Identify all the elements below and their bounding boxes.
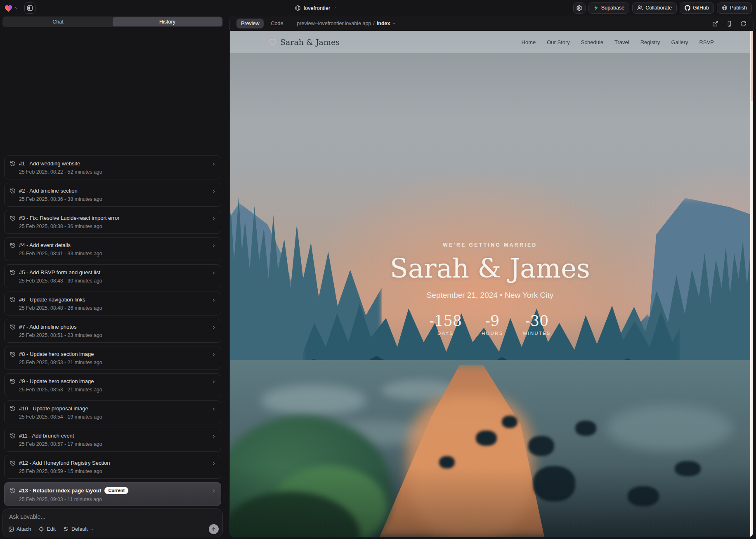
- countdown-value: -9: [482, 314, 503, 328]
- history-item-timestamp: 25 Feb 2025, 08:41 - 33 minutes ago: [19, 251, 207, 257]
- topbar-left: [4, 2, 35, 14]
- settings-button[interactable]: [573, 2, 586, 14]
- history-item-row: #7 - Add timeline photos: [10, 324, 207, 330]
- site-nav-link[interactable]: Our Story: [547, 39, 570, 45]
- history-item-timestamp: 25 Feb 2025, 08:59 - 15 minutes ago: [19, 468, 207, 474]
- site-nav-link[interactable]: Gallery: [671, 39, 688, 45]
- tab-preview[interactable]: Preview: [236, 19, 264, 28]
- chat-composer[interactable]: Ask Lovable... Attach: [2, 508, 223, 537]
- history-item-timestamp: 25 Feb 2025, 08:53 - 21 minutes ago: [19, 387, 207, 393]
- scene-glint: [607, 405, 732, 451]
- history-item[interactable]: #5 - Add RSVP form and guest list 25 Feb…: [4, 264, 221, 288]
- history-item-timestamp: 25 Feb 2025, 08:51 - 23 minutes ago: [19, 332, 207, 338]
- edit-button[interactable]: Edit: [38, 526, 56, 532]
- scene-rock: [628, 486, 659, 506]
- history-item-title: #13 - Refactor index page layout: [19, 487, 101, 494]
- tab-code[interactable]: Code: [266, 19, 288, 28]
- site-nav-link[interactable]: Schedule: [581, 39, 603, 45]
- sidebar-toggle-button[interactable]: [24, 2, 35, 14]
- chevron-right-icon: [211, 189, 216, 194]
- scene-rock: [675, 461, 701, 476]
- github-label: GitHub: [693, 5, 709, 11]
- globe-icon: [295, 5, 301, 11]
- history-item-row: #3 - Fix: Resolve Lucide-react import er…: [10, 215, 207, 221]
- tab-chat[interactable]: Chat: [3, 17, 113, 26]
- scene-rock: [439, 456, 455, 469]
- history-item[interactable]: #3 - Fix: Resolve Lucide-react import er…: [4, 210, 221, 234]
- history-icon: [10, 215, 16, 221]
- arrow-up-icon: [211, 527, 216, 532]
- project-selector[interactable]: lovefrontier: [295, 0, 337, 16]
- github-button[interactable]: GitHub: [680, 2, 714, 14]
- scene-glint: [261, 385, 366, 416]
- history-item[interactable]: #13 - Refactor index page layout Current…: [4, 482, 221, 506]
- history-item-title: #8 - Update hero section image: [19, 351, 94, 357]
- history-icon: [10, 324, 16, 330]
- crosshair-icon: [38, 526, 44, 532]
- history-item-row: #8 - Update hero section image: [10, 351, 207, 357]
- history-item[interactable]: #4 - Add event details 25 Feb 2025, 08:4…: [4, 237, 221, 261]
- supabase-button[interactable]: Supabase: [588, 2, 629, 14]
- collaborate-button[interactable]: Collaborate: [632, 2, 677, 14]
- refresh-icon: [740, 21, 747, 27]
- preview-url-selector[interactable]: preview--lovefrontier.lovable.app / inde…: [297, 21, 396, 26]
- publish-button[interactable]: Publish: [717, 2, 752, 14]
- history-item[interactable]: #2 - Add timeline section 25 Feb 2025, 0…: [4, 183, 221, 207]
- attach-button[interactable]: Attach: [8, 526, 31, 532]
- lovable-logo-menu[interactable]: [4, 4, 18, 12]
- attach-label: Attach: [17, 526, 31, 532]
- mode-selector[interactable]: Default: [63, 526, 94, 532]
- mode-label: Default: [71, 526, 88, 532]
- history-icon: [10, 242, 16, 248]
- site-brand[interactable]: Sarah & James: [269, 38, 340, 47]
- history-icon: [10, 488, 16, 494]
- history-item-title: #6 - Update navigation links: [19, 297, 85, 303]
- tab-history[interactable]: History: [113, 17, 222, 26]
- send-button[interactable]: [209, 524, 219, 534]
- hero-eyebrow: WE'RE GETTING MARRIED: [230, 242, 750, 248]
- sliders-icon: [63, 526, 69, 532]
- history-item[interactable]: #8 - Update hero section image 25 Feb 20…: [4, 346, 221, 370]
- open-external-button[interactable]: [712, 21, 718, 27]
- scene-rock: [575, 421, 596, 436]
- history-icon: [10, 433, 16, 439]
- hero-subtitle: September 21, 2024 • New York City: [230, 291, 750, 300]
- refresh-button[interactable]: [740, 21, 747, 27]
- github-icon: [685, 5, 690, 11]
- history-item[interactable]: #10 - Update proposal image 25 Feb 2025,…: [4, 400, 221, 424]
- history-item[interactable]: #7 - Add timeline photos 25 Feb 2025, 08…: [4, 319, 221, 343]
- history-item[interactable]: #1 - Add wedding website 25 Feb 2025, 08…: [4, 155, 221, 179]
- globe-icon: [722, 5, 728, 11]
- chevron-right-icon: [211, 216, 216, 221]
- history-item[interactable]: #12 - Add Honeyfund Registry Section 25 …: [4, 455, 221, 479]
- history-icon: [10, 297, 16, 303]
- chevron-right-icon: [211, 162, 216, 167]
- countdown-value: -30: [523, 314, 551, 328]
- url-separator: /: [373, 21, 374, 26]
- mobile-view-button[interactable]: [726, 21, 732, 27]
- topbar-actions: Supabase Collaborate GitHub: [573, 0, 752, 16]
- history-item[interactable]: #6 - Update navigation links 25 Feb 2025…: [4, 292, 221, 315]
- history-icon: [10, 379, 16, 384]
- site-nav-link[interactable]: Registry: [640, 39, 660, 45]
- composer-placeholder: Ask Lovable...: [9, 513, 45, 520]
- site-scrollbar-thumb[interactable]: [751, 31, 753, 101]
- site-nav-link[interactable]: RSVP: [699, 39, 714, 45]
- site-nav-link[interactable]: Home: [522, 39, 536, 45]
- history-item-title: #3 - Fix: Resolve Lucide-react import er…: [19, 215, 119, 221]
- preview-panel: Preview Code preview--lovefrontier.lovab…: [229, 16, 754, 537]
- countdown-label: MINUTES: [523, 331, 551, 336]
- site-scrollbar[interactable]: [750, 31, 753, 537]
- users-icon: [637, 5, 643, 11]
- history-item-row: #4 - Add event details: [10, 242, 207, 248]
- hero-title: Sarah & James: [230, 254, 750, 284]
- site-nav-link[interactable]: Travel: [614, 39, 629, 45]
- history-item[interactable]: #11 - Add brunch event 25 Feb 2025, 08:5…: [4, 428, 221, 452]
- heart-outline-icon: [269, 39, 276, 46]
- chevron-right-icon: [211, 379, 216, 384]
- history-item[interactable]: #9 - Update hero section image 25 Feb 20…: [4, 373, 221, 397]
- chevron-right-icon: [211, 407, 216, 412]
- scene-rock: [502, 416, 517, 428]
- site-brand-name: Sarah & James: [280, 38, 340, 47]
- chevron-right-icon: [211, 461, 216, 466]
